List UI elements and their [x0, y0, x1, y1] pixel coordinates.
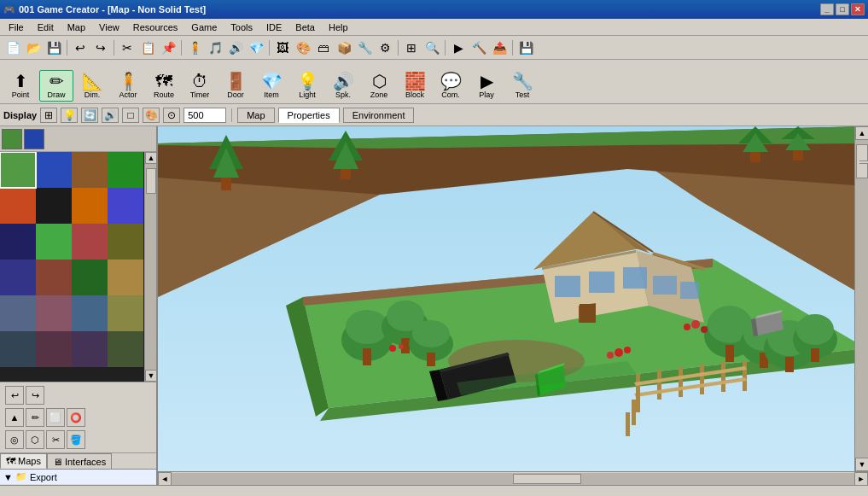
ltb-select[interactable]: ◎ [5, 430, 24, 449]
tb-sound[interactable]: 🔊 [226, 38, 245, 57]
tb-actor[interactable]: 🧍 [185, 38, 204, 57]
menu-help[interactable]: Help [322, 19, 355, 35]
tool-dim[interactable]: 📐 Dim. [75, 70, 109, 102]
canvas-area[interactable]: ▲ ▼ [158, 126, 868, 471]
menu-tools[interactable]: Tools [224, 19, 259, 35]
tile-palette-scrollbar[interactable]: ▲ ▼ [144, 152, 156, 382]
menu-edit[interactable]: Edit [31, 19, 61, 35]
h-scroll-left-btn[interactable]: ◄ [158, 472, 172, 486]
tb-grid[interactable]: ⊞ [402, 38, 421, 57]
tab-properties[interactable]: Properties [278, 108, 340, 123]
tab-maps[interactable]: 🗺 Maps [0, 453, 47, 469]
tb-resource2[interactable]: 🎨 [294, 38, 312, 57]
tb-save[interactable]: 💾 [44, 38, 63, 57]
tb-paste[interactable]: 📌 [159, 38, 178, 57]
tb-play2[interactable]: ▶ [449, 38, 468, 57]
tb-copy[interactable]: 📋 [138, 38, 157, 57]
tb-build[interactable]: 🔨 [469, 38, 488, 57]
tb-item2[interactable]: 💎 [247, 38, 265, 57]
ltb-pencil[interactable]: ✏ [26, 408, 44, 427]
h-scroll-right-btn[interactable]: ► [854, 472, 868, 486]
tool-route[interactable]: 🗺 Route [147, 70, 181, 102]
tile-scroll-thumb[interactable] [146, 168, 156, 194]
tb-resource5[interactable]: 🔧 [355, 38, 374, 57]
display-value-input[interactable] [184, 108, 226, 123]
tb-deploy[interactable]: 📤 [490, 38, 509, 57]
display-rotate-btn[interactable]: 🔄 [81, 108, 98, 123]
h-scroll-thumb[interactable] [513, 474, 581, 484]
ltb-redo[interactable]: ↪ [26, 386, 44, 405]
tile-scroll-track[interactable] [145, 164, 156, 370]
tool-door[interactable]: 🚪 Door [218, 70, 253, 102]
ltb-hex[interactable]: ⬡ [26, 430, 44, 449]
minimize-button[interactable]: _ [820, 3, 834, 15]
dim-icon: 📐 [82, 73, 103, 90]
tb-open[interactable]: 📂 [24, 38, 43, 57]
tb-new[interactable]: 📄 [3, 38, 22, 57]
tab-map[interactable]: Map [237, 108, 274, 123]
tool-block[interactable]: 🧱 Block [398, 70, 432, 102]
tool-com[interactable]: 💬 Com. [434, 70, 468, 102]
h-scroll-track[interactable] [172, 473, 854, 485]
tile-scroll-up[interactable]: ▲ [145, 152, 157, 164]
tb-resource3[interactable]: 🗃 [314, 38, 333, 57]
ltb-rect[interactable]: ⬜ [46, 408, 65, 427]
svg-rect-12 [72, 224, 108, 260]
tree-view[interactable]: ▼ 📁 Export 🗺 Castle Test 🗺 Cave Test 🗺 L… [0, 470, 156, 485]
tool-light[interactable]: 💡 Light [290, 70, 324, 102]
display-sound-btn[interactable]: 🔊 [102, 108, 119, 123]
ltb-fill[interactable]: 🪣 [67, 430, 85, 449]
tile-scroll-down[interactable]: ▼ [145, 370, 157, 382]
menu-view[interactable]: View [92, 19, 126, 35]
tab-interfaces[interactable]: 🖥 Interfaces [47, 453, 112, 469]
tool-draw[interactable]: ✏ Draw [39, 70, 73, 102]
tool-item[interactable]: 💎 Item [254, 70, 288, 102]
display-grid-btn[interactable]: ⊞ [40, 108, 57, 123]
tb-zoom[interactable]: 🔍 [422, 38, 441, 57]
scroll-up-btn[interactable]: ▲ [855, 126, 868, 140]
tb-save2[interactable]: 💾 [516, 38, 535, 57]
scroll-down-btn[interactable]: ▼ [855, 458, 868, 471]
tb-cut[interactable]: ✂ [118, 38, 137, 57]
tool-point[interactable]: ⬆ Point [3, 70, 38, 102]
menu-file[interactable]: File [2, 19, 31, 35]
tb-undo[interactable]: ↩ [71, 38, 90, 57]
svg-rect-65 [427, 353, 435, 366]
tool-test[interactable]: 🔧 Test [505, 70, 539, 102]
tile-palette[interactable] [0, 152, 144, 382]
scroll-track[interactable] [855, 140, 868, 458]
menu-game[interactable]: Game [184, 19, 224, 35]
toolsbar: ⬆ Point ✏ Draw 📐 Dim. 🧍 Actor 🗺 Route ⏱ … [0, 60, 868, 104]
canvas-h-scrollbar[interactable]: ◄ ► [158, 471, 868, 485]
svg-rect-105 [679, 367, 683, 397]
tree-root-export[interactable]: ▼ 📁 Export [0, 470, 156, 485]
tool-timer[interactable]: ⏱ Timer [183, 70, 217, 102]
tab-environment[interactable]: Environment [343, 108, 415, 123]
tool-play[interactable]: ▶ Play [469, 70, 504, 102]
display-square-btn[interactable]: □ [122, 108, 139, 123]
ltb-undo[interactable]: ↩ [5, 386, 24, 405]
menu-map[interactable]: Map [61, 19, 92, 35]
menu-ide[interactable]: IDE [259, 19, 288, 35]
tb-redo[interactable]: ↪ [91, 38, 110, 57]
menu-resources[interactable]: Resources [126, 19, 185, 35]
maximize-button[interactable]: □ [836, 3, 849, 15]
ltb-cut[interactable]: ✂ [46, 430, 65, 449]
tb-resource4[interactable]: 📦 [335, 38, 353, 57]
menu-beta[interactable]: Beta [288, 19, 322, 35]
display-color-btn[interactable]: 🎨 [143, 108, 160, 123]
scroll-thumb[interactable] [856, 144, 868, 178]
display-circle-btn[interactable]: ⊙ [163, 108, 180, 123]
ltb-up[interactable]: ▲ [5, 408, 24, 427]
light-icon: 💡 [297, 73, 318, 90]
tb-resource6[interactable]: ⚙ [376, 38, 394, 57]
tb-music[interactable]: 🎵 [206, 38, 224, 57]
tool-actor[interactable]: 🧍 Actor [111, 70, 145, 102]
tb-resource1[interactable]: 🖼 [273, 38, 292, 57]
ltb-circle[interactable]: ⭕ [67, 408, 85, 427]
close-button[interactable]: ✕ [851, 3, 865, 15]
display-light-btn[interactable]: 💡 [61, 108, 78, 123]
tool-zone[interactable]: ⬡ Zone [362, 70, 396, 102]
tool-spk[interactable]: 🔊 Spk. [326, 70, 360, 102]
canvas-right-scrollbar[interactable]: ▲ ▼ [854, 126, 868, 471]
